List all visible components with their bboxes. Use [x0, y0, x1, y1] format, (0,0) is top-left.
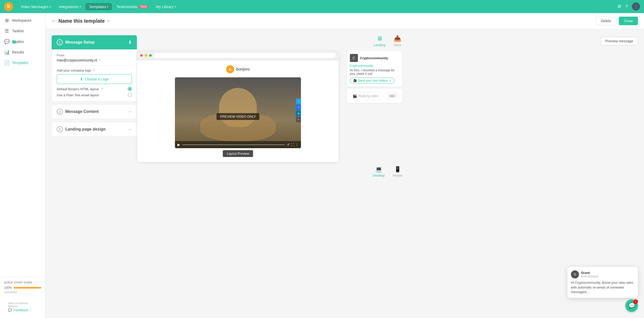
step-3-header[interactable]: 3 Landing page design →	[52, 122, 137, 136]
tab-landing[interactable]: 🖥 Landing	[374, 35, 385, 47]
nav-integrations[interactable]: Integrations ▾	[55, 3, 84, 10]
progress-bar	[14, 287, 41, 289]
preview-area: b bonjoro	[137, 51, 638, 162]
close-button[interactable]: Close	[619, 17, 638, 25]
video-overlay-text: PREVIEW VIDEO ONLY	[217, 113, 259, 120]
left-panel: 1 Message Setup ⬇ From max@cryptocommuni…	[51, 35, 137, 177]
reply-card: 🎬 Reply by video ▶▶	[347, 89, 402, 103]
right-panel: 🖥 Landing 📥 Inbox Preview message	[137, 35, 638, 177]
video-scrubber[interactable]	[182, 144, 285, 145]
rewind-icon[interactable]: ↺	[287, 143, 289, 146]
step-3-title: Landing page design	[65, 127, 127, 132]
app-logo[interactable]: B	[4, 2, 13, 11]
video-reply-icon: 🎬	[353, 94, 357, 98]
video-container: PREVIEW VIDEO ONLY ▶ ↺ ⛶ ⋮	[175, 77, 301, 148]
play-icon[interactable]: ▶	[177, 143, 180, 147]
landing-icon: 🖥	[377, 35, 383, 42]
feedback-button[interactable]: 💬 Feedback	[8, 308, 28, 312]
question-icon: ?	[99, 58, 100, 62]
question-icon: ?	[93, 69, 95, 72]
settings-icon[interactable]: ⚙	[617, 4, 621, 9]
main-content: ← Name this template ✏ Delete Close 1 Me…	[45, 13, 644, 318]
twitter-icon[interactable]: t	[296, 99, 301, 104]
more-social-icon[interactable]: +	[296, 117, 301, 122]
more-icon[interactable]: ⋮	[295, 143, 298, 146]
video-thumbnail	[175, 77, 301, 148]
new-badge: NEW	[139, 5, 148, 8]
video-control-icons: ↺ ⛶ ⋮	[287, 143, 298, 146]
video-controls: ▶ ↺ ⛶ ⋮	[175, 141, 301, 148]
inbox-preview: C Cryptocommunity Cryptocommunity Hi Tom…	[347, 51, 402, 103]
browser-max-dot	[149, 54, 152, 57]
user-avatar[interactable]: 👤	[632, 3, 640, 11]
browser-bar	[137, 51, 339, 60]
step-1-number: 1	[57, 39, 63, 45]
reply-send-button[interactable]: ▶▶	[388, 93, 396, 98]
topnav-right: ⚙ ? 👤	[617, 3, 640, 11]
step-1-header[interactable]: 1 Message Setup ⬇	[52, 35, 137, 49]
plaintext-radio[interactable]	[128, 93, 132, 97]
step-1-title: Message Setup	[65, 40, 128, 45]
sidebar: ⊞ Workspaces ☰ Tasklist 💬 7 Replies 📊 Re…	[0, 13, 45, 318]
nav-video-messages[interactable]: Video Messages ▾	[17, 3, 54, 10]
linkedin-icon[interactable]: in	[296, 111, 301, 116]
preview-content: b bonjoro	[137, 60, 339, 162]
step-2-header[interactable]: 2 Message Content →	[52, 105, 137, 119]
step-3-card: 3 Landing page design →	[51, 122, 137, 137]
edit-icon[interactable]: ✏	[107, 19, 110, 23]
progress-bar-fill	[14, 287, 41, 289]
chat-fab-button[interactable]: 💬 1	[625, 299, 638, 312]
browser-url-bar	[154, 53, 336, 58]
plain-text-layout-option[interactable]: Use a Plain Text email layout	[57, 93, 132, 97]
social-bar: t f in +	[296, 99, 301, 122]
preview-message-button[interactable]: Preview message	[601, 37, 638, 45]
quick-start-title: QUICK START GUIDE	[4, 281, 41, 284]
sidebar-item-tasklist[interactable]: ☰ Tasklist	[0, 26, 45, 36]
chevron-right-icon: →	[127, 109, 132, 114]
help-icon[interactable]: ?	[625, 4, 628, 9]
upload-icon: ⬆	[80, 77, 83, 81]
view-tabs: 💻 Desktop 📱 Mobile	[373, 166, 403, 177]
tab-inbox[interactable]: 📥 Inbox	[393, 35, 402, 47]
mobile-icon: 📱	[394, 166, 401, 173]
landing-preview-frame: b bonjoro	[137, 51, 339, 162]
company-avatar: C	[350, 54, 358, 62]
chat-badge: 1	[633, 299, 638, 304]
nav-testimonials[interactable]: Testimonials NEW	[113, 3, 151, 10]
inbox-card: C Cryptocommunity Cryptocommunity Hi Tom…	[347, 51, 402, 87]
html-layout-option[interactable]: Default Bonjoro HTML layout ?	[57, 87, 132, 91]
inbox-card-header: C Cryptocommunity	[350, 54, 399, 62]
chat-agent-name: Grant	[581, 271, 598, 275]
sidebar-item-results[interactable]: 📊 Results	[0, 47, 45, 57]
from-value: max@cryptocommunity.nl ?	[57, 58, 132, 62]
templates-icon: 📄	[4, 60, 10, 66]
tab-desktop[interactable]: 💻 Desktop	[373, 166, 385, 177]
progress-percent: 100%	[4, 286, 12, 290]
chat-agent-info: Grant from Bonjoro	[581, 271, 598, 278]
nav-templates[interactable]: Templates ▾	[85, 3, 112, 10]
delete-button[interactable]: Delete	[596, 17, 616, 25]
sidebar-item-workspaces[interactable]: ⊞ Workspaces	[0, 15, 45, 26]
step-2-number: 2	[57, 109, 63, 115]
facebook-icon[interactable]: f	[296, 105, 301, 110]
step-2-title: Message Content	[65, 109, 127, 114]
inbox-icon: 📥	[394, 35, 401, 42]
tab-mobile[interactable]: 📱 Mobile	[393, 166, 402, 177]
chevron-down-icon: ▾	[107, 5, 108, 8]
choose-logo-button[interactable]: ⬆ Choose a Logo	[57, 74, 132, 84]
browser-close-dot	[140, 54, 143, 57]
nav-my-library[interactable]: My Library ▾	[152, 3, 179, 10]
help-feedback: Help us improve Bonjoro 💬 Feedback	[4, 300, 41, 314]
chevron-down-icon: ⬇	[128, 40, 132, 45]
html-radio[interactable]	[128, 87, 132, 91]
sidebar-item-replies[interactable]: 💬 7 Replies	[0, 36, 45, 47]
layout-badge: Layout Preview	[223, 150, 253, 157]
feedback-label: Feedback	[14, 308, 28, 312]
sidebar-item-templates[interactable]: 📄 Templates	[0, 57, 45, 68]
back-button[interactable]: ←	[51, 18, 56, 24]
chat-agent-from: from Bonjoro	[581, 275, 598, 278]
browser-min-dot	[145, 54, 147, 57]
workspaces-icon: ⊞	[4, 18, 10, 23]
send-own-videos-button[interactable]: 🎥 Send your own videos ↗	[350, 78, 394, 84]
expand-icon[interactable]: ⛶	[291, 143, 294, 146]
